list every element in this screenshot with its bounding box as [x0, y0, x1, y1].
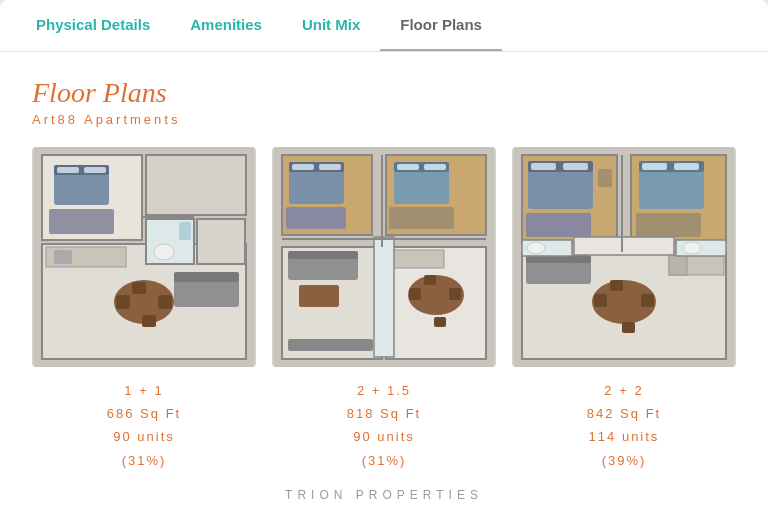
svg-rect-36 — [424, 164, 446, 170]
unit-type-1: 1 + 1 — [107, 379, 181, 402]
svg-rect-67 — [636, 213, 701, 237]
page-title: Floor Plans — [32, 76, 736, 110]
floor-plan-info-3: 2 + 2 842 Sq Ft 114 units (39%) — [587, 379, 661, 473]
svg-rect-15 — [142, 315, 156, 327]
svg-rect-49 — [389, 250, 444, 268]
sqft-2: 818 Sq Ft — [347, 402, 421, 425]
svg-rect-17 — [174, 272, 239, 282]
svg-rect-37 — [389, 207, 454, 229]
svg-rect-10 — [54, 250, 72, 264]
sqft-1: 686 Sq Ft — [107, 402, 181, 425]
floor-plan-image-2 — [272, 147, 496, 367]
floor-plan-info-2: 2 + 1.5 818 Sq Ft 90 units (31%) — [347, 379, 421, 473]
svg-rect-72 — [594, 294, 607, 307]
svg-rect-65 — [642, 163, 667, 170]
svg-rect-31 — [286, 207, 346, 229]
svg-rect-77 — [669, 255, 687, 275]
floor-plan-image-3 — [512, 147, 736, 367]
card: Physical Details Amenities Unit Mix Floo… — [0, 0, 768, 511]
svg-rect-30 — [319, 164, 341, 170]
svg-rect-75 — [622, 322, 635, 333]
unit-type-2: 2 + 1.5 — [347, 379, 421, 402]
svg-rect-60 — [598, 169, 612, 187]
svg-rect-7 — [146, 155, 246, 215]
unit-type-3: 2 + 2 — [587, 379, 661, 402]
svg-rect-74 — [610, 280, 623, 291]
main-content: Floor Plans Art88 Apartments — [0, 52, 768, 511]
svg-rect-13 — [158, 295, 172, 309]
floor-plan-info-1: 1 + 1 686 Sq Ft 90 units (31%) — [107, 379, 181, 473]
page-subtitle: Art88 Apartments — [32, 112, 736, 127]
pct-1: (31%) — [107, 449, 181, 472]
tab-amenities[interactable]: Amenities — [170, 0, 282, 51]
tab-unit-mix[interactable]: Unit Mix — [282, 0, 380, 51]
units-2: 90 units — [347, 425, 421, 448]
pct-3: (39%) — [587, 449, 661, 472]
svg-rect-45 — [409, 288, 421, 300]
svg-rect-47 — [424, 275, 436, 285]
svg-rect-6 — [49, 209, 114, 234]
svg-rect-48 — [434, 317, 446, 327]
tab-floor-plans[interactable]: Floor Plans — [380, 0, 502, 51]
floor-plan-item-2: 2 + 1.5 818 Sq Ft 90 units (31%) — [272, 147, 496, 473]
svg-point-19 — [154, 244, 174, 260]
tab-physical-details[interactable]: Physical Details — [16, 0, 170, 51]
svg-rect-35 — [397, 164, 419, 170]
svg-rect-82 — [574, 237, 674, 255]
svg-rect-21 — [197, 219, 245, 264]
svg-rect-4 — [57, 167, 79, 173]
svg-rect-58 — [531, 163, 556, 170]
tab-bar: Physical Details Amenities Unit Mix Floo… — [0, 0, 768, 52]
floor-plan-image-1 — [32, 147, 256, 367]
svg-rect-66 — [674, 163, 699, 170]
sqft-3: 842 Sq Ft — [587, 402, 661, 425]
svg-rect-59 — [563, 163, 588, 170]
units-3: 114 units — [587, 425, 661, 448]
pct-2: (31%) — [347, 449, 421, 472]
svg-rect-41 — [299, 285, 339, 307]
svg-rect-50 — [374, 237, 394, 357]
units-1: 90 units — [107, 425, 181, 448]
svg-rect-5 — [84, 167, 106, 173]
svg-rect-61 — [526, 213, 591, 237]
svg-rect-20 — [179, 222, 191, 240]
svg-point-81 — [683, 242, 701, 254]
svg-rect-14 — [132, 282, 146, 294]
svg-rect-73 — [641, 294, 654, 307]
footer-brand: TRION PROPERTIES — [32, 488, 736, 511]
svg-rect-12 — [116, 295, 130, 309]
floor-plan-item-3: 2 + 2 842 Sq Ft 114 units (39%) — [512, 147, 736, 473]
floor-plans-grid: 1 + 1 686 Sq Ft 90 units (31%) — [32, 147, 736, 473]
svg-rect-42 — [288, 339, 373, 351]
svg-point-79 — [527, 242, 545, 254]
svg-rect-40 — [288, 251, 358, 259]
floor-plan-item-1: 1 + 1 686 Sq Ft 90 units (31%) — [32, 147, 256, 473]
svg-rect-29 — [292, 164, 314, 170]
svg-rect-46 — [449, 288, 461, 300]
